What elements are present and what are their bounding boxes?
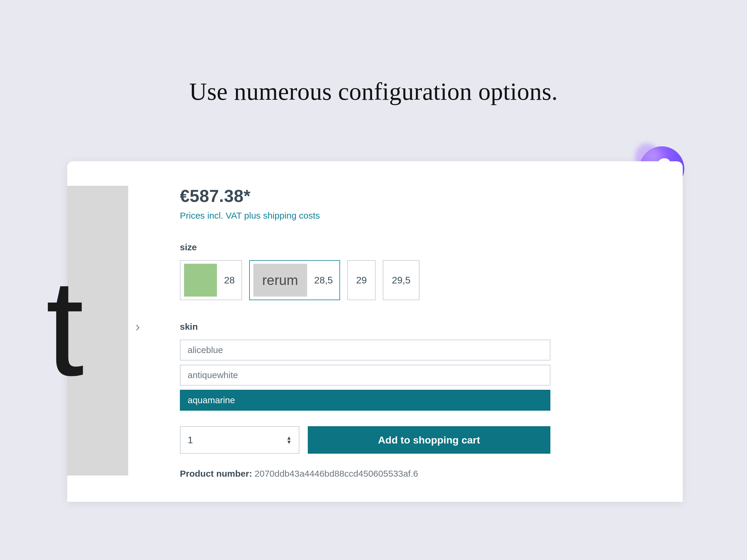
skin-option-aliceblue[interactable]: aliceblue bbox=[180, 340, 550, 361]
skin-label: skin bbox=[180, 322, 616, 332]
product-image-glyph: t bbox=[46, 259, 84, 396]
size-option-28[interactable]: 28 bbox=[180, 260, 242, 300]
skin-options: aliceblue antiquewhite aquamarine bbox=[180, 340, 550, 411]
size-option-29-5[interactable]: 29,5 bbox=[383, 260, 419, 300]
add-to-cart-button[interactable]: Add to shopping cart bbox=[308, 426, 550, 454]
swatch-image: rerum bbox=[253, 264, 307, 297]
page-headline: Use numerous configuration options. bbox=[0, 78, 747, 106]
size-value: 29,5 bbox=[392, 275, 410, 286]
product-number: Product number: 2070ddb43a4446bd88ccd450… bbox=[180, 469, 616, 479]
size-label: size bbox=[180, 242, 616, 252]
product-number-value: 2070ddb43a4446bd88ccd450605533af.6 bbox=[255, 469, 418, 478]
swatch-green bbox=[184, 264, 217, 297]
size-option-29[interactable]: 29 bbox=[347, 260, 376, 300]
size-value: 28,5 bbox=[314, 275, 333, 286]
skin-option-antiquewhite[interactable]: antiquewhite bbox=[180, 365, 550, 385]
buy-row: 1 ▲▼ Add to shopping cart bbox=[180, 426, 550, 454]
product-number-label: Product number: bbox=[180, 469, 252, 478]
product-detail: €587.38* Prices incl. VAT plus shipping … bbox=[180, 186, 616, 479]
size-option-28-5[interactable]: rerum 28,5 bbox=[249, 260, 340, 300]
product-image-thumb: t bbox=[67, 186, 128, 476]
quantity-value: 1 bbox=[188, 434, 193, 446]
gallery-next-icon[interactable]: › bbox=[135, 320, 140, 333]
quantity-select[interactable]: 1 ▲▼ bbox=[180, 426, 300, 454]
product-price: €587.38* bbox=[180, 186, 616, 206]
select-caret-icon: ▲▼ bbox=[286, 436, 292, 444]
size-value: 29 bbox=[356, 275, 367, 286]
product-card: t › €587.38* Prices incl. VAT plus shipp… bbox=[67, 161, 683, 502]
skin-option-aquamarine[interactable]: aquamarine bbox=[180, 390, 550, 411]
vat-note[interactable]: Prices incl. VAT plus shipping costs bbox=[180, 211, 616, 221]
size-options: 28 rerum 28,5 29 29,5 bbox=[180, 260, 616, 300]
size-value: 28 bbox=[224, 275, 235, 286]
